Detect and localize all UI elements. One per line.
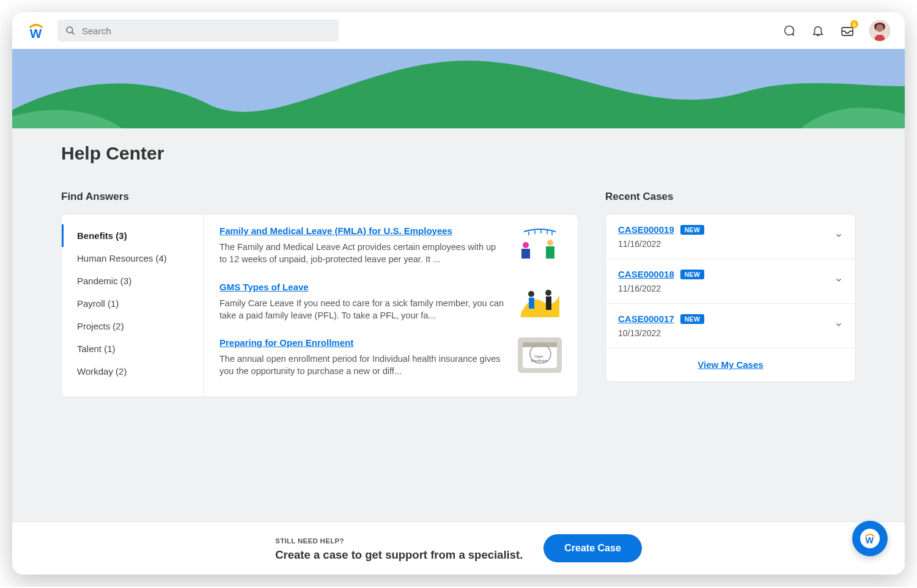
svg-text:Open: Open <box>534 355 543 358</box>
content: Help Center Find Answers Benefits (3)Hum… <box>12 128 905 521</box>
case-date: 11/16/2022 <box>618 239 834 249</box>
svg-text:W: W <box>30 26 42 40</box>
svg-point-5 <box>876 24 883 32</box>
svg-point-12 <box>547 240 553 246</box>
article-desc: The Family and Medical Leave Act provide… <box>219 241 506 266</box>
case-row[interactable]: CASE000017NEW10/13/2022 <box>606 304 855 348</box>
article-desc: The annual open enrollment period for In… <box>219 353 506 378</box>
recent-cases-title: Recent Cases <box>605 191 856 203</box>
create-case-button[interactable]: Create Case <box>543 534 642 562</box>
hero-banner <box>12 49 905 128</box>
category-item[interactable]: Talent (1) <box>62 337 203 360</box>
category-item[interactable]: Human Resources (4) <box>62 247 203 270</box>
search-input-wrapper[interactable] <box>57 20 339 42</box>
article-link[interactable]: Family and Medical Leave (FMLA) for U.S.… <box>219 226 452 236</box>
footer: STILL NEED HELP? Create a case to get su… <box>12 521 905 575</box>
find-answers-title: Find Answers <box>61 191 578 203</box>
category-item[interactable]: Projects (2) <box>62 315 203 337</box>
topbar: W <box>12 12 905 49</box>
case-date: 10/13/2022 <box>618 328 834 338</box>
svg-point-19 <box>528 291 534 297</box>
svg-text:Enrollment: Enrollment <box>531 359 548 362</box>
svg-rect-20 <box>529 298 534 309</box>
svg-point-21 <box>545 290 551 296</box>
category-list: Benefits (3)Human Resources (4)Pandemic … <box>62 215 204 397</box>
view-my-cases-link[interactable]: View My Cases <box>698 359 763 370</box>
case-link[interactable]: CASE000019 <box>618 224 674 235</box>
category-item[interactable]: Payroll (1) <box>62 292 203 315</box>
search-input[interactable] <box>82 26 331 36</box>
svg-text:W: W <box>866 535 874 545</box>
search-icon <box>65 25 76 36</box>
article-item: GMS Types of LeaveFamily Care Leave If y… <box>219 282 562 322</box>
footer-eyebrow: STILL NEED HELP? <box>275 537 344 545</box>
article-item: Preparing for Open EnrollmentThe annual … <box>219 337 562 378</box>
article-item: Family and Medical Leave (FMLA) for U.S.… <box>219 226 562 266</box>
case-row[interactable]: CASE000018NEW11/16/2022 <box>606 259 855 304</box>
svg-rect-9 <box>521 249 530 259</box>
svg-line-2 <box>72 32 74 34</box>
footer-text: Create a case to get support from a spec… <box>275 548 523 562</box>
category-item[interactable]: Benefits (3) <box>62 224 203 247</box>
article-link[interactable]: GMS Types of Leave <box>219 282 309 292</box>
svg-point-10 <box>523 242 529 248</box>
case-row[interactable]: CASE000019NEW11/16/2022 <box>606 215 855 259</box>
category-item[interactable]: Pandemic (3) <box>62 270 203 292</box>
article-list: Family and Medical Leave (FMLA) for U.S.… <box>204 215 578 397</box>
recent-cases-card: CASE000019NEW11/16/2022CASE000018NEW11/1… <box>605 214 856 382</box>
inbox-icon[interactable]: 5 <box>840 23 855 38</box>
avatar[interactable] <box>869 20 890 41</box>
case-badge: NEW <box>680 270 704 279</box>
chat-fab[interactable]: W <box>852 521 888 556</box>
case-badge: NEW <box>680 225 704 235</box>
chevron-down-icon <box>834 320 843 331</box>
chevron-down-icon <box>834 276 843 287</box>
find-answers-card: Benefits (3)Human Resources (4)Pandemic … <box>61 214 578 397</box>
notifications-icon[interactable] <box>811 23 825 38</box>
chevron-down-icon <box>834 231 843 242</box>
article-thumbnail <box>518 226 562 261</box>
case-date: 11/16/2022 <box>618 284 834 293</box>
article-desc: Family Care Leave If you need to care fo… <box>219 297 506 322</box>
chat-icon[interactable] <box>781 23 796 38</box>
inbox-badge: 5 <box>850 20 858 28</box>
article-thumbnail: OpenEnrollment <box>518 337 562 373</box>
case-badge: NEW <box>680 314 704 324</box>
article-link[interactable]: Preparing for Open Enrollment <box>219 337 353 348</box>
page-title: Help Center <box>61 143 856 164</box>
workday-logo[interactable]: W <box>27 21 45 40</box>
case-link[interactable]: CASE000018 <box>618 269 674 279</box>
article-thumbnail <box>518 282 562 317</box>
svg-rect-6 <box>875 35 885 41</box>
category-item[interactable]: Workday (2) <box>62 360 203 383</box>
case-link[interactable]: CASE000017 <box>618 314 674 324</box>
svg-rect-22 <box>546 296 551 310</box>
svg-rect-11 <box>546 246 554 259</box>
